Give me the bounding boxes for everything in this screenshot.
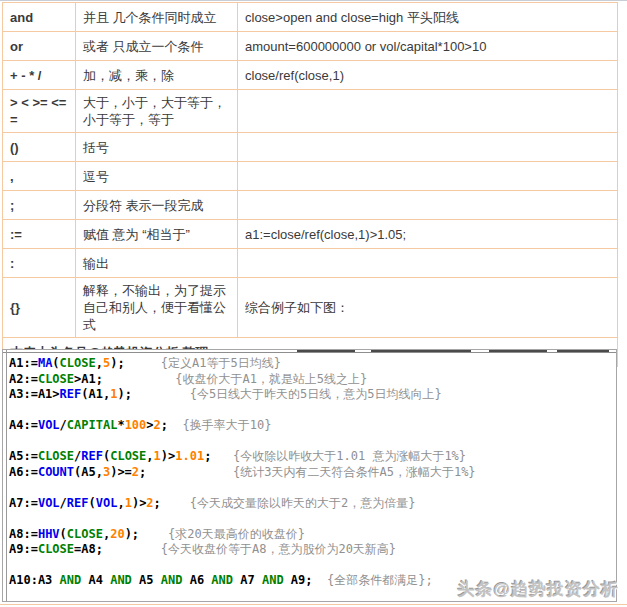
code-token: REF (67, 496, 89, 510)
code-token: A3:=A1> (9, 387, 60, 401)
table-row: :=赋值 意为 “相当于”a1:=close/ref(close,1)>1.05… (3, 220, 618, 249)
code-line: A7:=VOL/REF(VOL,1)>2; {今天成交量除以昨天的大于2，意为倍… (9, 496, 614, 512)
code-token: A6 (182, 573, 211, 587)
description-cell: 并且 几个条件同时成立 (76, 3, 238, 32)
code-token: ); (125, 527, 168, 541)
panel-top-dash (297, 350, 355, 352)
operator-table-body: and并且 几个条件同时成立close>open and close=high … (3, 3, 618, 367)
code-token: ( (60, 527, 67, 541)
description-cell: 分段符 表示一段完成 (76, 191, 238, 220)
code-token: > (146, 418, 153, 432)
code-token: VOL (38, 496, 60, 510)
code-token: A2:= (9, 372, 38, 386)
code-token: A7 (233, 573, 262, 587)
code-line: A8:=HHV(CLOSE,20); {求20天最高价的收盘价} (9, 527, 614, 543)
example-cell: close>open and close=high 平头阳线 (238, 3, 618, 32)
code-token: ; (154, 496, 190, 510)
code-blank-line (9, 434, 614, 450)
code-token: AND (262, 573, 284, 587)
table-row: ()括号 (3, 133, 618, 162)
code-token: {今5日线大于昨天的5日线，意为5日均线向上} (190, 387, 442, 401)
code-token: A1:= (9, 356, 38, 370)
example-cell (238, 191, 618, 220)
operator-table: and并且 几个条件同时成立close>open and close=high … (2, 2, 618, 367)
code-token: A8:= (9, 527, 38, 541)
code-token: 1 (154, 449, 161, 463)
code-token: * (117, 418, 124, 432)
operator-cell: + - * / (3, 61, 76, 90)
table-row: ,逗号 (3, 162, 618, 191)
code-token: AND (110, 573, 132, 587)
code-token: )> (161, 449, 175, 463)
code-token: {今收除以昨收大于1.01 意为涨幅大于1%} (233, 449, 466, 463)
code-token: {今天收盘价等于A8，意为股价为20天新高} (161, 542, 396, 556)
code-token: CLOSE (60, 356, 96, 370)
code-token: {收盘价大于A1，就是站上5线之上} (175, 372, 367, 386)
code-token: {定义A1等于5日均线} (161, 356, 281, 370)
code-token: / (60, 496, 67, 510)
description-cell: 输出 (76, 249, 238, 278)
code-blank-line (9, 403, 614, 419)
code-token: CLOSE (110, 449, 146, 463)
operator-cell: := (3, 220, 76, 249)
code-token: REF (81, 449, 103, 463)
example-cell (238, 249, 618, 278)
code-token: ( (89, 496, 96, 510)
description-cell: 解释，不输出，为了提示自己和别人，便于看懂公式 (76, 278, 238, 338)
code-token: ; (204, 449, 233, 463)
page-top-divider (0, 0, 627, 1)
example-cell: amount=600000000 or vol/capital*100>10 (238, 32, 618, 61)
operator-cell: () (3, 133, 76, 162)
code-token: AND (161, 573, 183, 587)
code-blank-line (9, 511, 614, 527)
example-cell (238, 133, 618, 162)
code-token: MA (38, 356, 52, 370)
code-token: , (146, 449, 153, 463)
code-token: {求20天最高价的收盘价} (168, 527, 305, 541)
table-row: > < >= <= =大于，小于，大于等于，小于等于，等于 (3, 90, 618, 133)
code-line: A1:=MA(CLOSE,5); {定义A1等于5日均线} (9, 356, 614, 372)
code-token: HHV (38, 527, 60, 541)
description-cell: 赋值 意为 “相当于” (76, 220, 238, 249)
table-row: :输出 (3, 249, 618, 278)
code-token: ); (117, 387, 189, 401)
example-cell (238, 90, 618, 133)
code-token: A10:A3 (9, 573, 60, 587)
code-token: )> (132, 496, 146, 510)
code-token: A4:= (9, 418, 38, 432)
code-token: , (117, 496, 124, 510)
operator-cell: > < >= <= = (3, 90, 76, 133)
code-line: A3:=A1>REF(A1,1); {今5日线大于昨天的5日线，意为5日均线向上… (9, 387, 614, 403)
code-token: 100 (125, 418, 147, 432)
code-token: 1 (125, 496, 132, 510)
page-bottom-divider (0, 604, 627, 605)
code-token: A5:= (9, 449, 38, 463)
operator-cell: ; (3, 191, 76, 220)
code-token: CLOSE (38, 542, 74, 556)
code-token: , (96, 356, 103, 370)
code-token: VOL (96, 496, 118, 510)
panel-top-dash (489, 350, 547, 352)
formula-code-block: A1:=MA(CLOSE,5); {定义A1等于5日均线}A2:=CLOSE>A… (9, 356, 614, 589)
code-token: (A5, (74, 465, 103, 479)
description-cell: 逗号 (76, 162, 238, 191)
code-token: A5 (132, 573, 161, 587)
code-token: =A8; (74, 542, 161, 556)
operator-cell: or (3, 32, 76, 61)
operator-cell: : (3, 249, 76, 278)
code-token: >A1; (74, 372, 175, 386)
example-cell (238, 162, 618, 191)
code-line: A6:=COUNT(A5,3)>=2; {统计3天内有二天符合条件A5，涨幅大于… (9, 465, 614, 481)
code-token: CLOSE (38, 449, 74, 463)
code-token: CAPITAL (67, 418, 118, 432)
watermark: 头条@趋势投资分析 (457, 578, 619, 601)
code-token: A7:= (9, 496, 38, 510)
code-token: COUNT (38, 465, 74, 479)
code-token: A6:= (9, 465, 38, 479)
code-blank-line (9, 558, 614, 574)
panel-top-dash (371, 350, 471, 352)
code-token: 2 (132, 465, 139, 479)
example-cell: close/ref(close,1) (238, 61, 618, 90)
code-token: AND (211, 573, 233, 587)
code-line: A5:=CLOSE/REF(CLOSE,1)>1.01; {今收除以昨收大于1.… (9, 449, 614, 465)
